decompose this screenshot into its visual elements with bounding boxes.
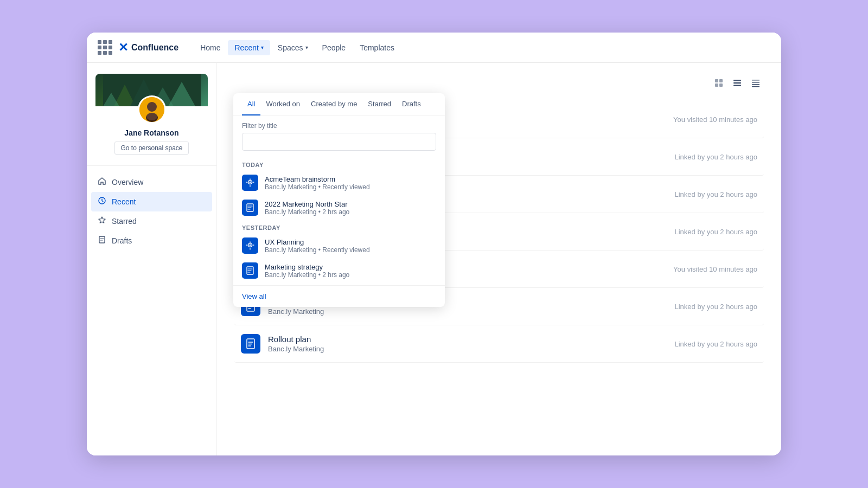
dropdown-tab-all[interactable]: All <box>242 93 260 115</box>
section-label-today: TODAY <box>233 157 445 170</box>
profile-name: Jane Rotanson <box>95 129 208 137</box>
content-item-meta: Linked by you 2 hours ago <box>675 340 758 348</box>
sidebar-item-drafts[interactable]: Drafts <box>91 231 212 251</box>
sidebar-nav: Overview Recent <box>87 172 216 251</box>
avatar <box>138 95 166 124</box>
content-item-meta: You visited 10 minutes ago <box>673 265 757 273</box>
star-icon <box>98 216 106 227</box>
logo[interactable]: ✕ Confluence <box>118 41 178 55</box>
top-nav: ✕ Confluence Home Recent ▾ Spaces ▾ Peop… <box>87 33 781 63</box>
profile-section: Jane Rotanson Go to personal space <box>87 74 216 166</box>
dropdown-item-sub: Banc.ly Marketing • 2 hrs ago <box>265 208 349 216</box>
svg-rect-16 <box>733 80 741 81</box>
sidebar-item-overview[interactable]: Overview <box>91 172 212 192</box>
sidebar: Jane Rotanson Go to personal space Overv… <box>87 63 217 455</box>
dropdown-item-title: UX Planning <box>265 238 370 246</box>
svg-rect-11 <box>99 236 105 243</box>
dropdown-item-info: AcmeTeam brainstorm Banc.ly Marketing • … <box>265 175 370 191</box>
dropdown-item[interactable]: AcmeTeam brainstorm Banc.ly Marketing • … <box>233 170 445 195</box>
svg-rect-13 <box>719 79 723 82</box>
grid-menu-icon[interactable] <box>98 40 113 55</box>
dropdown-item-title: AcmeTeam brainstorm <box>265 175 370 183</box>
svg-rect-20 <box>752 82 760 83</box>
nav-item-people[interactable]: People <box>316 40 353 55</box>
section-label-yesterday: YESTERDAY <box>233 220 445 233</box>
dropdown-tab-worked-on[interactable]: Worked on <box>260 93 305 115</box>
dropdown-item-sub: Banc.ly Marketing • Recently viewed <box>265 246 370 254</box>
compact-view-button[interactable] <box>748 76 764 92</box>
content-item-info: Rollout plan Banc.ly Marketing <box>268 335 324 353</box>
content-item-left: Rollout plan Banc.ly Marketing <box>241 334 324 354</box>
draft-icon <box>98 235 106 246</box>
dropdown-tabs: All Worked on Created by me Starred Draf… <box>233 93 445 115</box>
svg-rect-14 <box>715 84 718 87</box>
dropdown-item[interactable]: 2022 Marketing North Star Banc.ly Market… <box>233 195 445 220</box>
dropdown-item-title: Marketing strategy <box>265 263 349 271</box>
doc-icon <box>241 334 260 354</box>
content-item-subtitle: Banc.ly Marketing <box>268 307 334 316</box>
avatar-wrap <box>138 95 166 124</box>
content-item-title: Rollout plan <box>268 335 324 344</box>
nav-item-templates[interactable]: Templates <box>353 40 401 55</box>
profile-link[interactable]: Go to personal space <box>114 142 188 155</box>
filter-input[interactable] <box>242 133 436 151</box>
svg-point-9 <box>146 113 157 120</box>
clock-icon <box>98 196 106 207</box>
content-item-subtitle: Banc.ly Marketing <box>268 345 324 353</box>
sidebar-item-label: Starred <box>112 217 137 226</box>
dropdown-item-info: Marketing strategy Banc.ly Marketing • 2… <box>265 263 349 279</box>
nav-item-spaces[interactable]: Spaces ▾ <box>271 40 315 55</box>
avatar-svg <box>139 97 164 122</box>
dropdown-tab-created-by-me[interactable]: Created by me <box>305 93 362 115</box>
sidebar-item-label: Recent <box>112 197 136 206</box>
home-icon <box>98 177 106 188</box>
doc-icon <box>242 262 258 279</box>
content-item-meta: Linked by you 2 hours ago <box>675 153 758 161</box>
logo-text: Confluence <box>131 43 178 53</box>
sidebar-item-recent[interactable]: Recent <box>91 192 212 211</box>
list-view-button[interactable] <box>729 76 745 92</box>
recent-dropdown: All Worked on Created by me Starred Draf… <box>233 93 445 307</box>
dropdown-item-info: 2022 Marketing North Star Banc.ly Market… <box>265 200 349 216</box>
svg-rect-19 <box>752 80 760 81</box>
svg-rect-12 <box>715 79 718 82</box>
chevron-down-icon: ▾ <box>305 44 308 50</box>
sidebar-item-label: Drafts <box>112 236 132 245</box>
app-window: ✕ Confluence Home Recent ▾ Spaces ▾ Peop… <box>87 33 781 455</box>
svg-rect-18 <box>733 85 741 87</box>
content-item-meta: You visited 10 minutes ago <box>673 115 757 124</box>
content-item-meta: Linked by you 2 hours ago <box>675 228 758 236</box>
svg-point-7 <box>147 102 157 112</box>
nav-item-home[interactable]: Home <box>194 40 227 55</box>
svg-rect-17 <box>733 82 741 84</box>
nav-item-recent[interactable]: Recent ▾ <box>228 40 270 55</box>
content-item[interactable]: Rollout plan Banc.ly Marketing Linked by… <box>234 325 764 363</box>
dropdown-item-info: UX Planning Banc.ly Marketing • Recently… <box>265 238 370 254</box>
dropdown-item[interactable]: UX Planning Banc.ly Marketing • Recently… <box>233 233 445 258</box>
dropdown-item[interactable]: Marketing strategy Banc.ly Marketing • 2… <box>233 258 445 283</box>
app-body: Jane Rotanson Go to personal space Overv… <box>87 63 781 455</box>
nav-items: Home Recent ▾ Spaces ▾ People Templates <box>194 40 770 55</box>
dropdown-item-sub: Banc.ly Marketing • 2 hrs ago <box>265 271 349 279</box>
svg-rect-21 <box>752 84 760 85</box>
grid-view-button[interactable] <box>711 76 727 92</box>
dropdown-item-title: 2022 Marketing North Star <box>265 200 349 208</box>
svg-point-37 <box>250 245 251 246</box>
content-item-meta: Linked by you 2 hours ago <box>675 190 758 198</box>
filter-label: Filter by title <box>242 122 436 130</box>
dropdown-item-sub: Banc.ly Marketing • Recently viewed <box>265 183 370 191</box>
dropdown-tab-starred[interactable]: Starred <box>362 93 397 115</box>
content-item-meta: Linked by you 2 hours ago <box>675 303 758 311</box>
view-all-link[interactable]: View all <box>233 285 445 307</box>
svg-rect-15 <box>719 84 723 87</box>
svg-point-34 <box>250 182 251 183</box>
view-controls <box>234 76 764 92</box>
dropdown-tab-drafts[interactable]: Drafts <box>397 93 426 115</box>
dropdown-filter: Filter by title <box>233 115 445 157</box>
sidebar-item-label: Overview <box>112 178 143 187</box>
sidebar-item-starred[interactable]: Starred <box>91 211 212 231</box>
svg-rect-22 <box>752 86 760 87</box>
whiteboard-icon <box>242 237 258 254</box>
chevron-down-icon: ▾ <box>261 44 264 50</box>
logo-symbol: ✕ <box>118 41 128 55</box>
